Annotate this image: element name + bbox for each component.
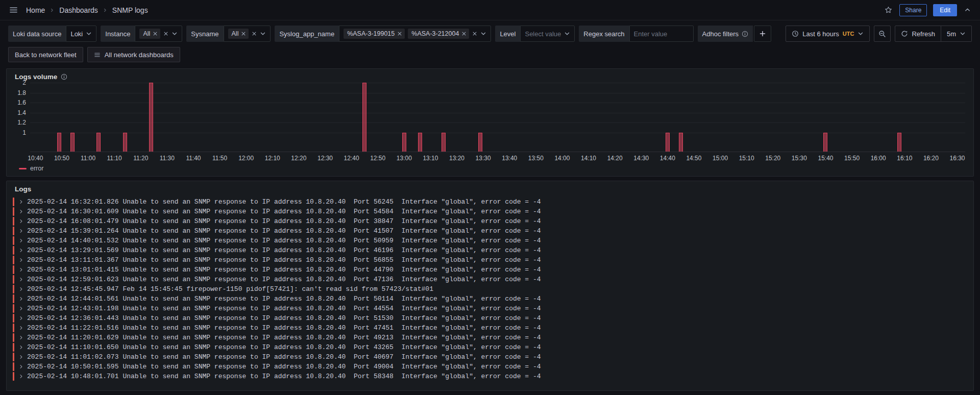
edit-button[interactable]: Edit [933, 4, 957, 16]
log-row[interactable]: 2025-02-14 10:50:01.595Unable to send an… [7, 362, 973, 372]
back-to-network-fleet-link[interactable]: Back to network fleet [8, 47, 83, 62]
breadcrumb-item[interactable]: Dashboards [59, 6, 98, 14]
log-row[interactable]: 2025-02-14 12:44:01.561Unable to send an… [7, 294, 973, 304]
value-pill[interactable]: All [228, 29, 249, 39]
value-pill[interactable]: %ASA-3-199015 [344, 29, 405, 39]
remove-value-icon[interactable] [241, 31, 246, 36]
filter-sysname: SysnameAll [186, 26, 271, 42]
log-row[interactable]: 2025-02-14 12:43:01.198Unable to send an… [7, 304, 973, 313]
legend-error-label[interactable]: error [30, 165, 43, 172]
refresh-button[interactable]: Refresh [895, 26, 941, 42]
y-axis-label: 2 [12, 79, 26, 86]
refresh-interval-picker[interactable]: 5m [941, 26, 972, 42]
log-row[interactable]: 2025-02-14 11:22:01.516Unable to send an… [7, 323, 973, 333]
filter-value-level[interactable]: Select value [520, 26, 575, 42]
expand-log-icon[interactable] [19, 245, 23, 255]
x-axis-label: 15:00 [713, 155, 728, 162]
selected-value: Select value [525, 30, 561, 38]
chevron-down-icon[interactable] [480, 31, 486, 37]
remove-value-icon[interactable] [461, 31, 467, 36]
log-row[interactable]: 2025-02-14 13:29:01.569Unable to send an… [7, 245, 973, 255]
expand-log-icon[interactable] [19, 372, 23, 381]
expand-log-icon[interactable] [19, 313, 23, 323]
timezone-label: UTC [843, 31, 854, 37]
remove-value-icon[interactable] [153, 31, 158, 36]
dashboard-list-icon [94, 52, 101, 58]
x-axis-label: 14:40 [660, 155, 675, 162]
log-row[interactable]: 2025-02-14 16:08:01.479Unable to send an… [7, 216, 973, 226]
log-row[interactable]: 2025-02-14 13:11:01.367Unable to send an… [7, 255, 973, 265]
chevron-down-icon[interactable] [172, 31, 178, 37]
log-row[interactable]: 2025-02-14 16:32:01.826Unable to send an… [7, 197, 973, 207]
menu-toggle-button[interactable] [8, 5, 19, 15]
value-pill[interactable]: All [139, 29, 160, 39]
filter-label-text: Adhoc filters [702, 30, 739, 38]
x-axis-label: 12:50 [370, 155, 385, 162]
panel-title[interactable]: Logs [15, 185, 31, 193]
expand-log-icon[interactable] [19, 275, 23, 284]
expand-log-icon[interactable] [19, 216, 23, 226]
expand-log-icon[interactable] [19, 265, 23, 275]
log-row[interactable]: 2025-02-14 11:10:01.650Unable to send an… [7, 342, 973, 352]
filter-value-regex-search[interactable] [629, 26, 694, 42]
filter-input-regex-search[interactable] [634, 30, 689, 38]
volume-bar [57, 133, 61, 152]
remove-value-icon[interactable] [397, 31, 402, 36]
log-row[interactable]: 2025-02-14 14:40:01.532Unable to send an… [7, 236, 973, 245]
log-row[interactable]: 2025-02-14 16:30:01.609Unable to send an… [7, 207, 973, 216]
share-button[interactable]: Share [899, 4, 927, 16]
logs-volume-panel-header: Logs volume [7, 69, 973, 82]
expand-log-icon[interactable] [19, 333, 23, 342]
info-icon[interactable] [61, 73, 67, 80]
filter-value-instance[interactable]: All [135, 26, 182, 42]
time-range-picker[interactable]: Last 6 hours UTC [786, 26, 870, 42]
expand-log-icon[interactable] [19, 284, 23, 294]
collapse-chevron-icon[interactable] [963, 6, 972, 14]
breadcrumb-item[interactable]: Home [26, 6, 45, 14]
clear-all-icon[interactable] [472, 31, 477, 36]
filter-value-syslog-app-name[interactable]: %ASA-3-199015%ASA-3-212004 [339, 26, 491, 42]
expand-log-icon[interactable] [19, 236, 23, 245]
expand-log-icon[interactable] [19, 207, 23, 216]
log-row[interactable]: 2025-02-14 11:20:01.629Unable to send an… [7, 333, 973, 342]
filter-value-sysname[interactable]: All [224, 26, 271, 42]
chevron-down-icon[interactable] [564, 31, 570, 37]
log-row[interactable]: 2025-02-14 12:59:01.623Unable to send an… [7, 275, 973, 284]
log-level-indicator [13, 343, 14, 352]
expand-log-icon[interactable] [19, 352, 23, 362]
filter-label-text: Level [500, 30, 516, 38]
log-row[interactable]: 2025-02-14 10:48:01.701Unable to send an… [7, 372, 973, 381]
log-message: Feb 14 15:45:45 firepower-1150 pidof[574… [122, 284, 433, 294]
add-adhoc-filter-button[interactable] [754, 26, 771, 42]
log-level-indicator [13, 333, 14, 342]
chart-plot[interactable]: 21.81.61.41.21 [30, 83, 965, 152]
all-network-dashboards-link[interactable]: All network dashboards [87, 47, 180, 62]
filter-bar: Loki data sourceLokiInstanceAllSysnameAl… [0, 20, 980, 42]
log-row[interactable]: 2025-02-14 12:36:01.443Unable to send an… [7, 313, 973, 323]
log-row[interactable]: 2025-02-14 13:01:01.415Unable to send an… [7, 265, 973, 275]
star-icon[interactable] [884, 5, 893, 15]
expand-log-icon[interactable] [19, 197, 23, 207]
x-axis-label: 13:20 [449, 155, 464, 162]
zoom-out-button[interactable] [874, 26, 891, 42]
log-row[interactable]: 2025-02-14 11:01:02.073Unable to send an… [7, 352, 973, 362]
log-row[interactable]: 2025-02-14 12:45:45.947Feb 14 15:45:45 f… [7, 284, 973, 294]
expand-log-icon[interactable] [19, 362, 23, 372]
chevron-down-icon[interactable] [86, 31, 92, 37]
log-message: Unable to send an SNMP response to IP ad… [122, 265, 541, 275]
expand-log-icon[interactable] [19, 226, 23, 236]
log-row[interactable]: 2025-02-14 15:39:01.264Unable to send an… [7, 226, 973, 236]
expand-log-icon[interactable] [19, 304, 23, 313]
log-level-indicator [13, 275, 14, 284]
info-icon[interactable] [742, 31, 748, 37]
expand-log-icon[interactable] [19, 255, 23, 265]
expand-log-icon[interactable] [19, 342, 23, 352]
clear-all-icon[interactable] [252, 31, 257, 36]
expand-log-icon[interactable] [19, 294, 23, 304]
filter-value-loki-data-source[interactable]: Loki [66, 26, 96, 42]
x-axis-label: 14:00 [554, 155, 570, 162]
chevron-down-icon[interactable] [260, 31, 266, 37]
clear-all-icon[interactable] [163, 31, 168, 36]
expand-log-icon[interactable] [19, 323, 23, 333]
value-pill[interactable]: %ASA-3-212004 [408, 29, 469, 39]
